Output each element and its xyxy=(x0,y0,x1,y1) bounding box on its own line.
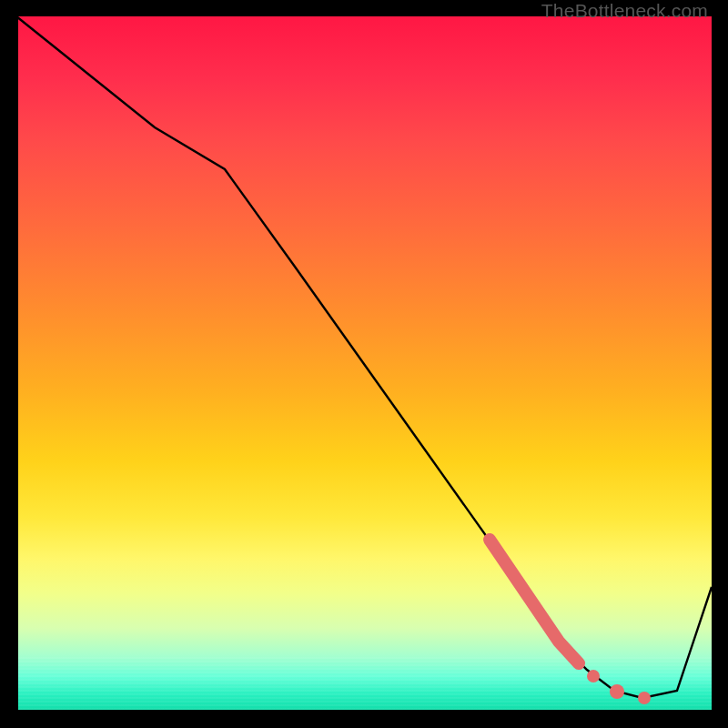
chart-svg xyxy=(16,16,712,712)
chart-frame xyxy=(16,16,712,712)
watermark-text: TheBottleneck.com xyxy=(541,0,708,22)
highlight-segment xyxy=(490,540,579,663)
highlight-dot xyxy=(638,692,651,704)
bottleneck-curve-path xyxy=(16,16,712,698)
highlight-dot xyxy=(610,684,624,699)
highlight-dot xyxy=(587,670,600,682)
